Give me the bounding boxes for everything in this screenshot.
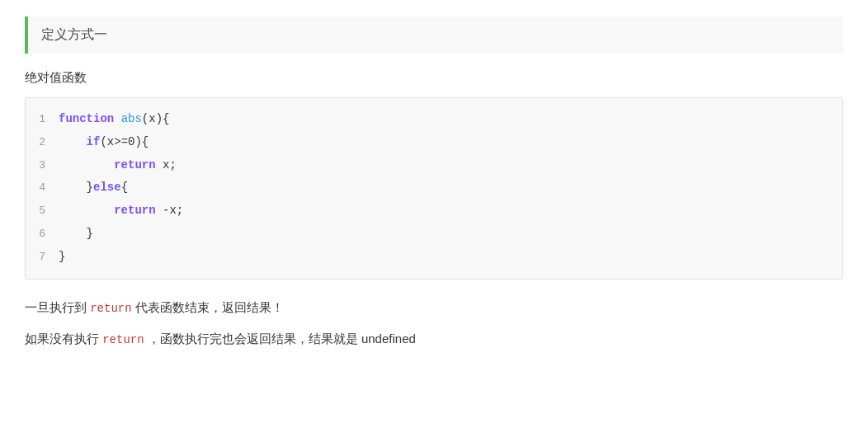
line-content: } [59, 224, 93, 244]
inline-code: return [90, 302, 131, 315]
line-number: 7 [26, 248, 59, 266]
code-block: 1function abs(x){2 if(x>=0){3 return x;4… [25, 97, 843, 280]
line-content: if(x>=0){ [59, 133, 149, 153]
line-number: 1 [26, 111, 59, 129]
descriptions-container: 一旦执行到 return 代表函数结束，返回结果！如果没有执行 return ，… [25, 296, 843, 350]
description-paragraph: 一旦执行到 return 代表函数结束，返回结果！ [25, 296, 843, 319]
line-number: 2 [26, 134, 59, 152]
line-number: 4 [26, 179, 59, 197]
subtitle: 绝对值函数 [25, 70, 843, 86]
code-line: 6 } [26, 223, 842, 246]
line-content: } [59, 247, 65, 267]
code-line: 1function abs(x){ [26, 108, 842, 131]
code-line: 4 }else{ [26, 176, 842, 200]
line-number: 3 [26, 157, 59, 175]
code-line: 5 return -x; [26, 200, 842, 223]
line-content: function abs(x){ [59, 110, 169, 129]
inline-code: return [102, 333, 144, 346]
line-content: return -x; [59, 201, 183, 221]
code-line: 2 if(x>=0){ [26, 131, 842, 154]
section-header: 定义方式一 [25, 16, 843, 54]
code-line: 3 return x; [26, 154, 842, 177]
line-number: 5 [26, 202, 59, 220]
line-number: 6 [26, 225, 59, 243]
line-content: return x; [59, 156, 177, 176]
line-content: }else{ [59, 178, 128, 198]
description-paragraph: 如果没有执行 return ，函数执行完也会返回结果，结果就是 undefine… [25, 327, 843, 350]
code-line: 7} [26, 246, 842, 269]
section-title: 定义方式一 [41, 26, 107, 44]
